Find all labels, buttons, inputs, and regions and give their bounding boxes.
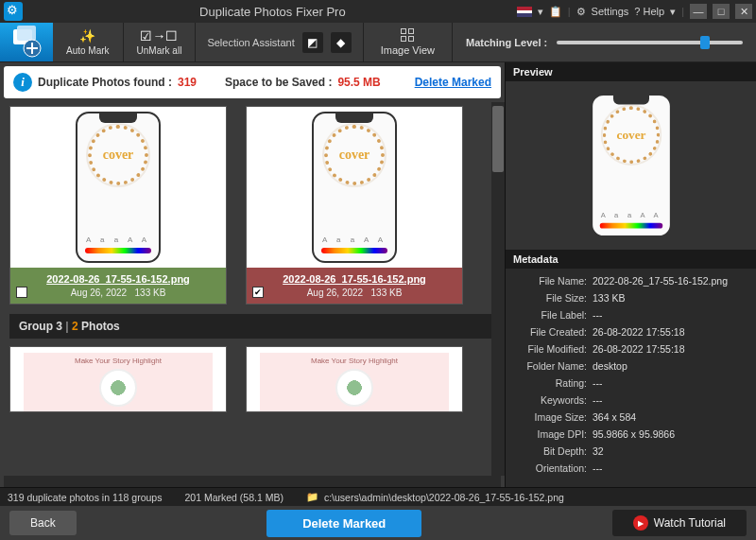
metadata-key: File Label: [513, 309, 593, 321]
unmark-all-button[interactable]: ☑→☐ UnMark all [124, 23, 197, 61]
metadata-row: File Created:26-08-2022 17:55:18 [506, 323, 756, 340]
group-count: 2 [72, 320, 78, 333]
metadata-key: Bit Depth: [513, 445, 593, 457]
metadata-value: desktop [593, 360, 748, 372]
grid-icon [401, 28, 414, 42]
delete-marked-button[interactable]: Delete Marked [266, 510, 421, 537]
language-flag-icon[interactable] [517, 7, 532, 17]
horizontal-scrollbar[interactable] [4, 476, 501, 487]
found-count: 319 [178, 76, 197, 89]
metadata-key: Image DPI: [513, 428, 593, 440]
titlebar: Duplicate Photos Fixer Pro ▾ 📋 | ⚙ Setti… [0, 0, 756, 23]
info-bar: i Duplicate Photos found : 319 Space to … [4, 66, 501, 98]
auto-mark-label: Auto Mark [66, 45, 110, 56]
image-view-button[interactable]: Image View [364, 23, 453, 61]
settings-link[interactable]: Settings [592, 6, 629, 17]
thumbnail[interactable]: Make Your Story Highlight [246, 346, 463, 412]
metadata-key: File Modified: [513, 343, 593, 355]
metadata-value: 133 KB [593, 292, 748, 304]
metadata-key: Folder Name: [513, 360, 593, 372]
metadata-row: File Name:2022-08-26_17-55-16-152.png [506, 272, 756, 289]
thumbnail-checkbox[interactable] [16, 287, 27, 298]
matching-level-slider[interactable] [557, 41, 743, 44]
group-label: Group 3 [19, 320, 62, 333]
metadata-row: Orientation:--- [506, 460, 756, 477]
image-view-label: Image View [381, 44, 435, 56]
details-pane: Preview coverA a a A A Metadata File Nam… [505, 62, 756, 487]
preview-image: coverA a a A A [506, 81, 756, 250]
scrollbar-thumb[interactable] [492, 106, 504, 172]
close-button[interactable]: ✕ [735, 4, 752, 19]
thumbnail[interactable]: coverA a a A A 2022-08-26_17-55-16-152.p… [246, 106, 463, 305]
metadata-value: --- [593, 462, 748, 474]
watch-tutorial-button[interactable]: ▶ Watch Tutorial [612, 510, 747, 536]
status-marked: 201 Marked (58.1 MB) [184, 492, 283, 503]
metadata-value: --- [593, 394, 748, 406]
app-logo [0, 23, 53, 61]
metadata-value: --- [593, 309, 748, 321]
delete-marked-link[interactable]: Delete Marked [415, 76, 491, 89]
metadata-row: File Label:--- [506, 306, 756, 323]
register-icon[interactable]: 📋 [549, 6, 562, 18]
metadata-key: File Created: [513, 326, 593, 338]
metadata-row: File Size:133 KB [506, 289, 756, 306]
metadata-row: File Modified:26-08-2022 17:55:18 [506, 340, 756, 357]
space-value: 95.5 MB [337, 76, 380, 89]
dropdown-icon[interactable]: ▾ [538, 6, 543, 18]
matching-level-control: Matching Level : [453, 23, 756, 61]
play-icon: ▶ [633, 515, 648, 531]
help-link[interactable]: ? Help [634, 6, 664, 17]
toolbar: ✨ Auto Mark ☑→☐ UnMark all Selection Ass… [0, 23, 756, 62]
auto-mark-button[interactable]: ✨ Auto Mark [53, 23, 124, 61]
metadata-header: Metadata [506, 250, 756, 269]
metadata-value: 2022-08-26_17-55-16-152.png [593, 275, 748, 287]
metadata-value: 364 x 584 [593, 411, 748, 423]
thumbnail-filename: 2022-08-26_17-55-16-152.png [252, 273, 456, 285]
gear-icon: ⚙ [576, 6, 586, 18]
metadata-row: Folder Name:desktop [506, 357, 756, 375]
watch-tutorial-label: Watch Tutorial [654, 516, 726, 530]
group-suffix: Photos [81, 320, 120, 333]
metadata-value: 26-08-2022 17:55:18 [593, 343, 748, 355]
metadata-key: Image Size: [513, 411, 593, 423]
metadata-value: 26-08-2022 17:55:18 [593, 326, 748, 338]
matching-level-label: Matching Level : [466, 37, 547, 48]
metadata-key: File Name: [513, 275, 593, 287]
dropdown-icon[interactable]: ▾ [670, 6, 676, 18]
thumbnail[interactable]: Make Your Story Highlight [9, 346, 227, 412]
metadata-key: Rating: [513, 377, 593, 389]
back-button[interactable]: Back [9, 511, 77, 535]
thumbnail-filename: 2022-08-26_17-55-16-152.png [16, 273, 220, 285]
thumbnail[interactable]: coverA a a A A 2022-08-26_17-55-16-152.p… [9, 106, 227, 305]
vertical-scrollbar[interactable] [491, 102, 505, 476]
selection-eraser-button[interactable]: ◆ [331, 32, 352, 53]
thumbnail-info: Aug 26, 2022 133 KB [252, 287, 456, 298]
selection-invert-button[interactable]: ◩ [302, 32, 323, 53]
status-duplicates: 319 duplicate photos in 118 groups [8, 492, 162, 503]
status-bar: 319 duplicate photos in 118 groups 201 M… [0, 487, 756, 506]
slider-thumb[interactable] [700, 36, 710, 49]
found-label: Duplicate Photos found : [38, 76, 172, 89]
thumbnail-checkbox[interactable]: ✔ [252, 287, 264, 298]
metadata-table: File Name:2022-08-26_17-55-16-152.pngFil… [506, 269, 756, 487]
results-pane: i Duplicate Photos found : 319 Space to … [0, 62, 505, 487]
app-title: Duplicate Photos Fixer Pro [28, 5, 517, 19]
space-label: Space to be Saved : [225, 76, 332, 89]
metadata-value: 32 [593, 445, 748, 457]
minimize-button[interactable]: — [690, 4, 707, 19]
wand-icon: ✨ [79, 28, 95, 44]
unmark-all-label: UnMark all [137, 45, 182, 56]
preview-header: Preview [506, 62, 756, 81]
maximize-button[interactable]: □ [713, 4, 730, 19]
info-icon: i [13, 73, 32, 92]
uncheck-icon: ☑→☐ [140, 28, 178, 44]
selection-assistant: Selection Assistant ◩ ◆ [196, 23, 363, 61]
metadata-key: Keywords: [513, 394, 593, 406]
folder-icon: 📁 [306, 491, 318, 503]
metadata-row: Keywords:--- [506, 392, 756, 409]
metadata-row: Bit Depth:32 [506, 443, 756, 460]
status-path: c:\users\admin\desktop\2022-08-26_17-55-… [324, 492, 564, 503]
metadata-value: --- [593, 377, 748, 389]
metadata-value: 95.9866 x 95.9866 [593, 428, 748, 440]
metadata-key: File Size: [513, 292, 593, 304]
